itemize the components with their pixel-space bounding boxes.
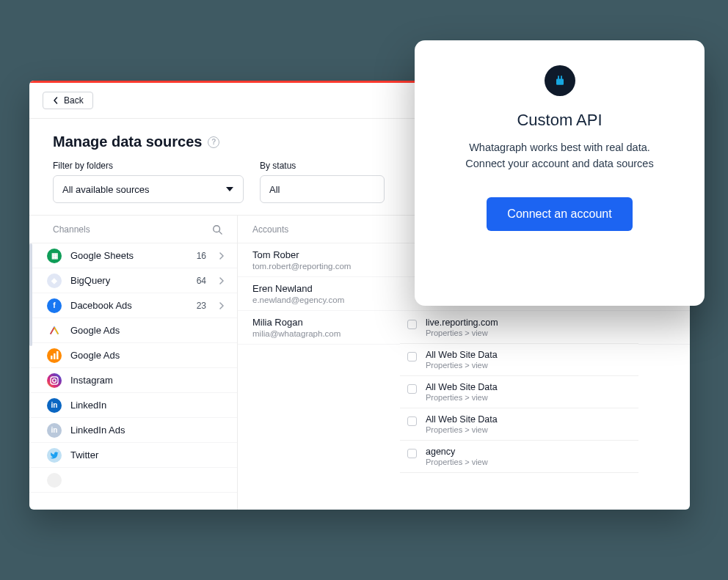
status-filter-value: All: [269, 184, 280, 195]
channel-item[interactable]: Instagram: [29, 368, 237, 393]
channel-name: LinkedIn: [70, 400, 225, 411]
folders-filter-label: Filter by folders: [53, 161, 244, 171]
source-subtitle: Properties > view: [426, 361, 498, 370]
svg-rect-8: [558, 76, 559, 79]
page-title: Manage data sources: [53, 133, 202, 150]
li2-icon: in: [47, 423, 62, 438]
svg-rect-5: [51, 377, 58, 384]
channel-item[interactable]: [29, 468, 237, 493]
channel-name: Google Ads: [70, 325, 225, 336]
accounts-header-label: Accounts: [252, 224, 288, 235]
connect-account-button[interactable]: Connect an account: [487, 197, 632, 231]
channel-name: Google Sheets: [70, 250, 188, 261]
ga-icon: [47, 323, 62, 338]
bq-icon: ◆: [47, 274, 62, 288]
source-title: All Web Site Data: [426, 382, 498, 392]
scrollbar[interactable]: [29, 243, 32, 346]
source-subtitle: Properties > view: [426, 393, 498, 402]
ga2-icon: [47, 348, 62, 363]
channel-count: 23: [197, 301, 206, 311]
back-label: Back: [64, 95, 84, 106]
modal-text-line1: Whatagraph works best with real data.: [469, 142, 650, 153]
sources-list: live.reporting.comProperties > viewAll W…: [400, 312, 638, 473]
connect-account-modal: Custom API Whatagraph works best with re…: [415, 40, 705, 306]
source-row[interactable]: All Web Site DataProperties > view: [400, 344, 638, 376]
status-filter-select[interactable]: All: [260, 175, 385, 203]
source-row[interactable]: agencyProperties > view: [400, 441, 638, 473]
channels-header: Channels: [29, 216, 237, 243]
channel-name: Google Ads: [70, 350, 225, 361]
source-checkbox[interactable]: [407, 352, 417, 361]
chevron-right-icon: [218, 252, 225, 260]
modal-text: Whatagraph works best with real data. Co…: [465, 140, 653, 172]
source-checkbox[interactable]: [407, 320, 417, 329]
chevron-right-icon: [218, 277, 225, 285]
folders-filter-select[interactable]: All available sources: [53, 175, 244, 203]
chevron-left-icon: [52, 97, 59, 104]
svg-point-6: [53, 378, 57, 382]
custom-api-icon: [545, 65, 575, 96]
source-title: All Web Site Data: [426, 414, 498, 425]
tw-icon: [47, 448, 62, 463]
channel-item[interactable]: Google Ads: [29, 343, 237, 368]
source-checkbox[interactable]: [407, 416, 417, 426]
channel-name: Instagram: [70, 375, 225, 386]
fb-icon: f: [47, 298, 62, 313]
source-row[interactable]: All Web Site DataProperties > view: [400, 376, 638, 408]
source-title: All Web Site Data: [426, 350, 498, 360]
svg-rect-9: [561, 76, 562, 79]
channel-item[interactable]: ◆BigQuery64: [29, 268, 237, 293]
svg-rect-4: [57, 351, 59, 359]
caret-down-icon: [225, 185, 234, 194]
source-checkbox[interactable]: [407, 384, 417, 394]
channel-item[interactable]: Twitter: [29, 443, 237, 468]
svg-line-1: [219, 231, 222, 234]
channel-item[interactable]: Google Ads: [29, 318, 237, 343]
channel-count: 64: [197, 276, 206, 286]
search-icon[interactable]: [212, 224, 222, 235]
channel-name: Dacebook Ads: [70, 300, 188, 311]
source-title: agency: [426, 447, 488, 457]
svg-rect-2: [51, 356, 53, 359]
channels-list: ▦Google Sheets16◆BigQuery64fDacebook Ads…: [29, 243, 237, 493]
channel-item[interactable]: fDacebook Ads23: [29, 293, 237, 318]
modal-title: Custom API: [517, 111, 602, 130]
channel-item[interactable]: inLinkedIn: [29, 393, 237, 418]
svg-rect-7: [556, 79, 564, 85]
modal-text-line2: Connect your account and data sources: [465, 158, 653, 169]
ig-icon: [47, 373, 62, 388]
source-row[interactable]: All Web Site DataProperties > view: [400, 408, 638, 441]
chevron-right-icon: [218, 302, 225, 309]
source-checkbox[interactable]: [407, 449, 417, 458]
channel-name: LinkedIn Ads: [70, 425, 225, 436]
folders-filter-value: All available sources: [62, 184, 150, 195]
channels-header-label: Channels: [53, 224, 90, 235]
status-filter-label: By status: [260, 161, 385, 171]
source-title: live.reporting.com: [426, 317, 498, 328]
source-row[interactable]: live.reporting.comProperties > view: [400, 312, 638, 344]
source-subtitle: Properties > view: [426, 328, 498, 337]
back-button[interactable]: Back: [43, 92, 93, 109]
source-subtitle: Properties > view: [426, 458, 488, 466]
help-icon[interactable]: ?: [208, 136, 219, 148]
channel-item[interactable]: ▦Google Sheets16: [29, 243, 237, 268]
channel-count: 16: [197, 251, 206, 261]
sheets-icon: ▦: [47, 249, 62, 263]
blank-icon: [47, 473, 62, 488]
channels-column: Channels ▦Google Sheets16◆BigQuery64fDac…: [29, 216, 238, 510]
svg-rect-3: [54, 353, 56, 359]
channel-name: BigQuery: [70, 275, 188, 286]
li-icon: in: [47, 398, 62, 413]
source-subtitle: Properties > view: [426, 425, 498, 434]
channel-item[interactable]: inLinkedIn Ads: [29, 418, 237, 443]
channel-name: Twitter: [70, 449, 225, 460]
